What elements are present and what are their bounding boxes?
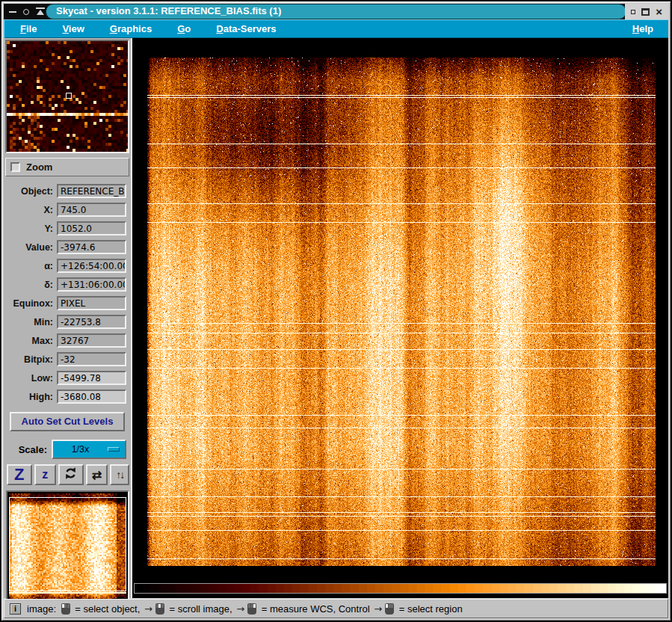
pan-window-canvas[interactable] (9, 493, 126, 607)
scale-dropdown[interactable]: 1/3x (52, 440, 126, 459)
high-label: High: (5, 392, 53, 402)
info-panel: Object: REFERENCE_B X: 745.0 Y: 1052.0 V… (5, 179, 129, 406)
info-row-high: High: -3680.08 (5, 387, 129, 406)
menu-data-servers[interactable]: Data-Servers (216, 23, 276, 34)
zoom-in-button[interactable]: Z (7, 464, 32, 485)
drag-arrow-icon: → (236, 603, 244, 615)
info-row-ra: α: +126:54:00.000 (5, 256, 129, 275)
menu-help[interactable]: Help (632, 23, 653, 34)
menubar: File View Graphics Go Data-Servers Help (4, 19, 668, 38)
max-field: 32767 (57, 333, 126, 348)
flip-y-button[interactable]: ↑↓ (110, 464, 129, 485)
mouse-button1-icon (385, 603, 394, 615)
status-text: image: (27, 603, 59, 615)
mouse-button2-icon (155, 603, 164, 615)
equinox-label: Equinox: (5, 298, 53, 309)
shade-icon[interactable] (36, 5, 45, 19)
rotate-button[interactable] (58, 464, 84, 485)
bitpix-label: Bitpix: (5, 354, 53, 365)
content: Zoom Object: REFERENCE_B X: 745.0 Y: 105… (4, 38, 668, 598)
statusbar-text: image: = select object, → = scroll image… (27, 603, 463, 615)
bitpix-field: -32 (57, 352, 126, 366)
status-text: = select region (396, 603, 463, 615)
info-row-equinox: Equinox: PIXEL (5, 294, 129, 312)
skycat-window: Skycat - version 3.1.1: REFERENCE_BIAS.f… (0, 0, 672, 622)
statusbar: i image: = select object, → = scroll ima… (4, 599, 668, 618)
zoom-out-button[interactable]: z (34, 464, 57, 485)
alpha-label: α: (5, 261, 53, 271)
menu-graphics[interactable]: Graphics (110, 23, 152, 34)
menu-go[interactable]: Go (177, 23, 191, 34)
y-field: 1052.0 (57, 221, 126, 235)
scale-row: Scale: 1/3x (5, 440, 129, 459)
zoom-preview (5, 40, 129, 153)
info-row-object: Object: REFERENCE_B (5, 182, 129, 200)
info-icon: i (10, 603, 21, 615)
menu-file[interactable]: File (20, 23, 37, 34)
drag-arrow-icon: → (144, 603, 152, 615)
circle-icon[interactable] (23, 9, 29, 15)
scale-label: Scale: (5, 444, 47, 455)
auto-set-cut-levels-button[interactable]: Auto Set Cut Levels (10, 412, 125, 431)
info-row-bitpix: Bitpix: -32 (5, 350, 129, 369)
value-field: -3974.6 (57, 240, 126, 254)
low-label: Low: (5, 373, 53, 384)
main-image-area (132, 38, 668, 598)
zoom-checkbox-label: Zoom (26, 161, 52, 173)
equinox-field: PIXEL (57, 296, 126, 310)
mouse-button3-icon (247, 603, 256, 615)
colorbar-canvas (135, 584, 666, 593)
min-field: -22753.8 (57, 315, 126, 329)
pan-window[interactable] (6, 490, 129, 610)
object-label: Object: (5, 186, 53, 197)
info-row-dec: δ: +131:06:00.00 (5, 275, 129, 294)
info-row-low: Low: -5499.78 (5, 369, 129, 387)
low-cut-field[interactable]: -5499.78 (57, 371, 126, 385)
status-text: = measure WCS, Control (259, 603, 372, 615)
info-row-max: Max: 32767 (5, 331, 129, 350)
status-text: = select object, (73, 603, 143, 615)
min-label: Min: (5, 317, 53, 327)
x-field: 745.0 (57, 203, 126, 217)
info-row-value: Value: -3974.6 (5, 238, 129, 256)
titlebar: Skycat - version 3.1.1: REFERENCE_BIAS.f… (4, 4, 668, 19)
x-label: X: (5, 205, 53, 215)
high-cut-field[interactable]: -3680.08 (57, 389, 126, 404)
info-row-y: Y: 1052.0 (5, 219, 129, 238)
flip-x-icon: ⇄ (92, 468, 102, 482)
dec-field: +131:06:00.00 (57, 277, 126, 292)
small-box-icon[interactable] (631, 10, 635, 14)
minimize-icon[interactable] (9, 11, 16, 13)
titlebar-left-controls (4, 4, 47, 19)
zoom-checkbox[interactable] (10, 162, 20, 172)
close-icon[interactable]: × (656, 6, 662, 17)
titlebar-right-controls: × (625, 4, 668, 19)
delta-label: δ: (5, 280, 53, 290)
flip-x-button[interactable]: ⇄ (86, 464, 108, 485)
flip-y-icon: ↑↓ (116, 469, 123, 481)
info-row-x: X: 745.0 (5, 200, 129, 219)
left-panel: Zoom Object: REFERENCE_B X: 745.0 Y: 105… (4, 38, 132, 598)
status-text: = scroll image, (167, 603, 235, 615)
maximize-icon[interactable] (641, 8, 650, 16)
fits-image-canvas[interactable] (147, 58, 656, 566)
window-title: Skycat - version 3.1.1: REFERENCE_BIAS.f… (46, 4, 626, 19)
colorbar (134, 583, 667, 594)
max-label: Max: (5, 336, 53, 346)
info-row-min: Min: -22753.8 (5, 312, 129, 331)
scale-value: 1/3x (53, 444, 108, 455)
object-field[interactable]: REFERENCE_B (57, 184, 126, 198)
rotate-icon (64, 466, 78, 483)
mouse-button1-icon (61, 603, 70, 615)
drag-arrow-icon: → (374, 603, 382, 615)
ra-field: +126:54:00.000 (57, 259, 126, 273)
zoom-toggle-bar: Zoom (5, 158, 129, 176)
zoom-preview-canvas (7, 41, 128, 152)
y-label: Y: (5, 224, 53, 234)
value-label: Value: (5, 242, 53, 253)
dropdown-indicator-icon (108, 447, 120, 452)
menu-view[interactable]: View (62, 23, 84, 34)
tool-row: Z z ⇄ ↑↓ (7, 464, 129, 485)
